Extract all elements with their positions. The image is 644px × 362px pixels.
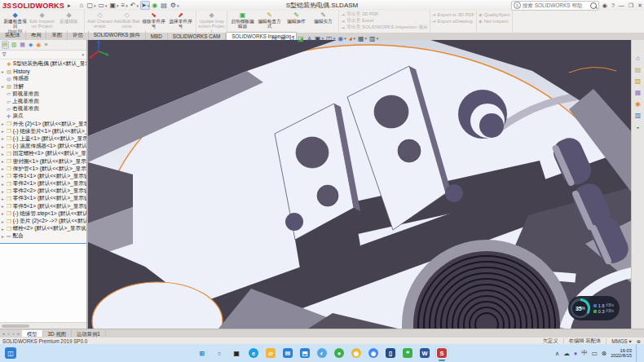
task-pane-tab[interactable]: ◒ — [636, 123, 640, 130]
heads-up-button[interactable]: ◉ ▾ — [337, 35, 346, 42]
tab-nav-arrow[interactable]: › — [11, 331, 15, 336]
heads-up-button[interactable]: A — [307, 35, 312, 42]
tree-item[interactable]: ▸ ❒ 零件2<1> (默认<<默认>_显示状态 — [0, 180, 86, 188]
ribbon-button[interactable]: ⬈ 选择零件序号 — [167, 11, 194, 33]
taskbar-app-button[interactable]: ⊞ — [196, 347, 209, 360]
tab-nav-arrow[interactable]: « — [2, 331, 6, 336]
taskbar-app-button[interactable]: ✉ — [281, 347, 294, 360]
heads-up-button[interactable]: ◫ ▾ — [326, 35, 335, 42]
scrollbar-thumb[interactable] — [2, 324, 29, 328]
help-button[interactable]: ? — [611, 2, 615, 8]
manager-tab[interactable]: ▤ — [2, 41, 9, 49]
task-pane-tab[interactable]: ▤ — [635, 66, 642, 73]
heads-up-button[interactable]: ⊡ — [271, 35, 278, 42]
task-pane-tab[interactable]: ⌂ — [636, 55, 640, 62]
tree-item[interactable]: ▸ ❒ (-) 垫片 (2)<2> ->? (默认<<默认 — [0, 218, 86, 225]
tree-item[interactable]: ▸ ❒ 螺栓<2> (默认<<默认>_显示状态 — [0, 225, 86, 232]
search-icon[interactable] — [590, 2, 597, 9]
taskbar-app-button[interactable]: ◐ — [315, 347, 329, 360]
quick-access-button[interactable]: ⌂ — [79, 1, 86, 10]
tree-filter[interactable]: ∇ ▾ — [0, 51, 86, 60]
tray-icon[interactable]: ☁ — [563, 350, 570, 357]
ribbon-menu-item[interactable]: ◈ QualityXpert — [479, 11, 510, 17]
ribbon-menu-item[interactable]: ⇥ 导出至 SOLIDWORKS Inspection 项目 — [341, 24, 428, 30]
status-globe-icon[interactable]: ⊕ — [637, 338, 641, 344]
performance-widget[interactable]: 35% 1.6KB/s 0.3KB/s — [568, 296, 620, 320]
ribbon-button[interactable]: ✎ 编辑操作 — [283, 11, 310, 33]
menu-flyout-arrow[interactable]: ▸ — [68, 2, 71, 9]
taskbar-app-button[interactable]: ▱ — [264, 347, 277, 360]
tab-nav-arrow[interactable]: » — [16, 331, 20, 336]
tray-icon[interactable]: ● — [574, 350, 578, 357]
heads-up-button[interactable]: ▥ ▾ — [369, 35, 378, 42]
manager-tab[interactable]: ◉ — [35, 41, 42, 49]
ribbon-menu-item[interactable]: ⇥ 导出至 Excel — [341, 18, 428, 24]
ribbon-menu-item[interactable]: ⇥ 导出至 2D PDF — [341, 11, 428, 17]
task-pane-tab[interactable]: ▦ — [635, 89, 642, 96]
graphics-viewport[interactable]: 35% 1.6KB/s 0.3KB/s — [88, 40, 631, 329]
taskbar-app-button[interactable]: S — [435, 347, 448, 360]
ribbon-button[interactable]: ◆ Edit Inspection Project — [29, 11, 55, 33]
ribbon-menu-item[interactable]: ⇥ Export eDrawing — [432, 18, 474, 24]
heads-up-button[interactable]: ⊞ — [280, 35, 287, 42]
task-pane-tab[interactable]: ▧ — [635, 77, 642, 85]
ribbon-menu-item[interactable]: ◈ Net-Inspect — [479, 18, 510, 24]
taskbar-app-button[interactable]: ⬒ — [298, 347, 311, 360]
tree-item[interactable]: ▸ ❒ (-) 绝缘垫片<1> (默认<<默认>_显 — [0, 128, 86, 135]
quick-access-button[interactable]: ⚙ ▾ — [170, 1, 180, 10]
tree-item[interactable]: ▸ ❒ 零件3<1> (默认<<默认>_显示状态 — [0, 195, 86, 202]
taskbar-app-button[interactable]: W — [418, 347, 431, 360]
tree-item[interactable]: ❖ S型铠装热电偶 (默认<默认_显示状态-1 — [0, 60, 86, 68]
ribbon-button[interactable]: ⬊ 移除零件序号 — [140, 11, 167, 33]
tree-item[interactable]: ▸ ❒ (-) 温度传感器<1> (默认<<默认>_ — [0, 143, 86, 150]
tree-item[interactable]: ▸ ❒ 零件1<1> (默认<<默认>_显示状态 — [0, 173, 86, 180]
tree-item[interactable]: ▸ ❒ 零件2<2> (默认<<默认>_显示状态 — [0, 188, 86, 195]
taskbar-app-button[interactable]: ▣ — [230, 347, 243, 360]
quick-access-button[interactable]: ↶ ▾ — [130, 1, 139, 10]
login-button[interactable]: ◉ — [602, 2, 607, 9]
taskbar-app-button[interactable]: e — [247, 347, 260, 360]
manager-tab[interactable]: » — [43, 41, 48, 49]
restore-button[interactable]: ❐ — [629, 2, 633, 9]
quick-access-button[interactable]: ➤ ▾ — [140, 1, 150, 10]
taskbar-app-button[interactable]: ❝ — [401, 347, 414, 360]
taskbar-app-button[interactable]: ◉ — [367, 347, 380, 360]
tree-item[interactable]: ▱ 前视基准面 — [0, 90, 86, 98]
ribbon-button[interactable]: ◇ Add/Edit Balloons — [113, 11, 140, 33]
task-pane-tab[interactable]: ◉ — [635, 100, 641, 108]
command-tab[interactable]: SOLIDWORKS 插件 — [89, 31, 146, 40]
tree-item[interactable]: ▸ ∾ 配合 — [0, 232, 86, 240]
tree-item[interactable]: ▸ ❒ 保护管<1> (默认<<默认>_显示状 — [0, 166, 86, 173]
tree-item[interactable]: ▸ ❒ (-) 上盖<1> (默认<<默认>_显示状 — [0, 135, 86, 143]
taskbar-clock[interactable]: 16:03 2022/8/15 — [611, 348, 632, 359]
quick-access-button[interactable]: ≡ ▾ — [121, 1, 129, 10]
command-tab[interactable]: 草图 — [46, 31, 68, 40]
quick-access-button[interactable]: ◉ — [151, 1, 159, 10]
tree-item[interactable]: ▸ ❒ 密封圈<1> (默认<<默认>_显示状 — [0, 157, 86, 165]
tree-item[interactable]: ▸ ❒ 固定螺栓<1> (默认<<默认>_显示状 — [0, 150, 86, 157]
show-desktop-button[interactable] — [636, 344, 639, 362]
command-tab[interactable]: 装配体 — [0, 31, 26, 40]
ribbon-menu-item[interactable]: ⇥ Export to 3D PDF — [432, 11, 474, 17]
taskbar-app-button[interactable]: ▯ — [384, 347, 397, 360]
manager-tab[interactable]: ▥ — [11, 41, 18, 49]
task-pane-tab[interactable]: ▥ — [635, 112, 642, 119]
heads-up-button[interactable]: ◕ ▾ — [349, 35, 355, 42]
command-tab[interactable]: MBD — [146, 33, 168, 40]
heads-up-button[interactable]: ▦ ▾ — [358, 35, 367, 42]
taskbar-app-button[interactable]: ● — [333, 347, 346, 360]
command-tab[interactable]: 评估 — [68, 31, 89, 40]
tree-item[interactable]: ✛ 原点 — [0, 113, 86, 120]
quick-access-button[interactable]: ▤ — [160, 1, 169, 10]
ribbon-button[interactable]: ◇ Add Characteristic — [86, 11, 113, 33]
heads-up-button[interactable]: ▣ ▾ — [315, 35, 324, 42]
ribbon-button[interactable]: ◆ 新建模板 — [55, 11, 82, 33]
search-input[interactable] — [521, 2, 590, 9]
quick-access-button[interactable]: ▣ ▾ — [109, 1, 120, 10]
taskbar-app-button[interactable]: ◉ — [350, 347, 363, 360]
command-tab[interactable]: SOLIDWORKS CAM — [168, 33, 226, 40]
command-tab[interactable]: 布局 — [26, 31, 47, 40]
minimize-button[interactable]: — — [619, 2, 624, 8]
widgets-button[interactable]: ◫ — [5, 347, 16, 359]
ribbon-button[interactable]: ◆ 新建检查项目 (imp;N) — [2, 11, 29, 33]
